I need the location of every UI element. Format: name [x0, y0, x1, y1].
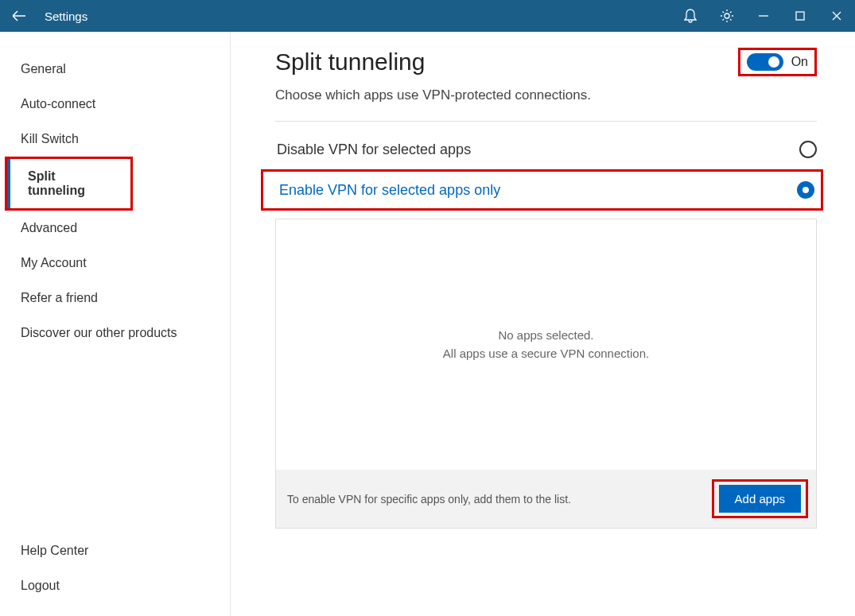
- divider: [275, 121, 817, 122]
- radio-enable-vpn[interactable]: Enable VPN for selected apps only: [278, 176, 814, 203]
- split-tunneling-toggle-highlight: On: [738, 48, 817, 76]
- notifications-button[interactable]: [672, 0, 709, 32]
- sidebar-item-split-tunneling[interactable]: Split tunneling: [5, 157, 133, 211]
- radio-circle-selected-icon: [797, 181, 814, 199]
- sidebar-item-help-center[interactable]: Help Center: [0, 533, 230, 568]
- svg-point-0: [725, 14, 729, 18]
- minimize-button[interactable]: [745, 0, 782, 32]
- titlebar: Settings: [0, 0, 855, 32]
- apps-footer: To enable VPN for specific apps only, ad…: [276, 470, 816, 528]
- add-apps-highlight: Add apps: [712, 479, 808, 518]
- apps-list-box: No apps selected. All apps use a secure …: [275, 219, 817, 529]
- apps-footer-hint: To enable VPN for specific apps only, ad…: [287, 493, 712, 506]
- sidebar-item-auto-connect[interactable]: Auto-connect: [0, 87, 230, 122]
- add-apps-button[interactable]: Add apps: [719, 485, 801, 513]
- settings-gear-button[interactable]: [709, 0, 745, 32]
- radio-disable-vpn[interactable]: Disable VPN for selected apps: [275, 136, 817, 163]
- toggle-state-label: On: [791, 55, 808, 69]
- split-tunneling-toggle[interactable]: [747, 53, 783, 71]
- maximize-button[interactable]: [782, 0, 818, 32]
- page-title: Split tunneling: [275, 48, 425, 76]
- sidebar-item-advanced[interactable]: Advanced: [0, 211, 230, 246]
- sidebar: General Auto-connect Kill Switch Split t…: [0, 32, 231, 616]
- back-button[interactable]: [0, 0, 38, 32]
- svg-rect-1: [796, 12, 804, 20]
- close-button[interactable]: [818, 0, 855, 32]
- apps-empty-state: No apps selected. All apps use a secure …: [276, 219, 816, 470]
- empty-line-1: No apps selected.: [498, 327, 593, 345]
- sidebar-item-general[interactable]: General: [0, 52, 230, 87]
- toggle-knob: [768, 56, 779, 68]
- radio-circle-icon: [799, 141, 817, 158]
- sidebar-item-my-account[interactable]: My Account: [0, 246, 230, 281]
- radio-enable-highlight: Enable VPN for selected apps only: [261, 169, 823, 211]
- sidebar-item-discover[interactable]: Discover our other products: [0, 316, 230, 351]
- window-title: Settings: [38, 10, 87, 23]
- sidebar-item-kill-switch[interactable]: Kill Switch: [0, 122, 230, 157]
- page-subtitle: Choose which apps use VPN-protected conn…: [275, 87, 817, 103]
- empty-line-2: All apps use a secure VPN connection.: [443, 345, 649, 363]
- sidebar-item-logout[interactable]: Logout: [0, 568, 230, 603]
- sidebar-item-refer[interactable]: Refer a friend: [0, 281, 230, 316]
- radio-disable-vpn-label: Disable VPN for selected apps: [277, 141, 799, 158]
- radio-enable-vpn-label: Enable VPN for selected apps only: [279, 182, 797, 199]
- main-content: Split tunneling On Choose which apps use…: [231, 32, 855, 616]
